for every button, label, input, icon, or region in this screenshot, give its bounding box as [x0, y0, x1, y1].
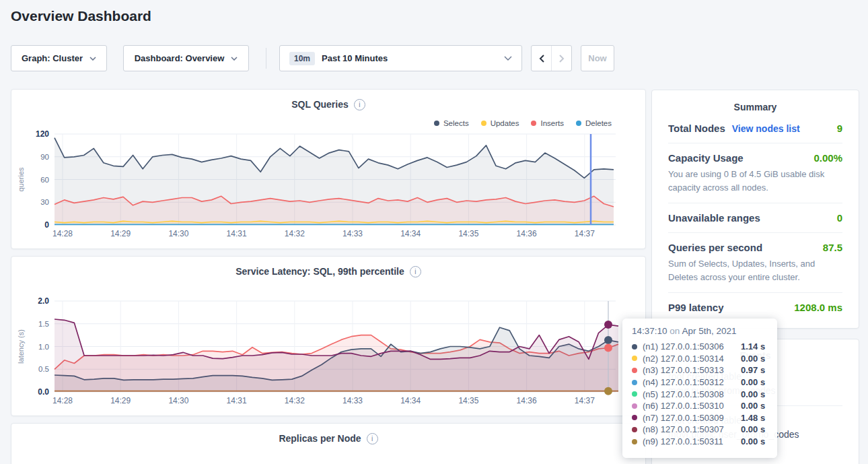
- svg-text:14:29: 14:29: [110, 229, 131, 238]
- dashboard-selector-dropdown[interactable]: Dashboard: Overview: [123, 45, 249, 71]
- controls-divider: [266, 48, 266, 69]
- tooltip-node-address: (n4) 127.0.0.1:50312: [643, 377, 741, 387]
- svg-text:14:33: 14:33: [342, 229, 363, 238]
- svg-text:0.5: 0.5: [38, 365, 49, 373]
- node-series-dot-icon: [632, 356, 637, 361]
- service-latency-chart[interactable]: 0.00.51.01.52.014:2814:2914:3014:3114:32…: [11, 257, 647, 417]
- summary-title: Summary: [652, 90, 859, 114]
- summary-metric-value: 0.00%: [813, 152, 842, 164]
- summary-metric-value: 0: [837, 212, 842, 224]
- svg-text:14:35: 14:35: [458, 229, 478, 238]
- svg-text:30: 30: [40, 198, 49, 206]
- page-title: Overview Dashboard: [11, 8, 151, 24]
- overview-dashboard-page: Overview Dashboard Graph: Cluster Dashbo…: [0, 0, 868, 464]
- replicas-per-node-panel: Replicas per Nodei: [11, 423, 646, 464]
- summary-metric-label: Queries per second: [668, 242, 762, 253]
- svg-text:queries: queries: [17, 167, 25, 192]
- tooltip-rows: (n1) 127.0.0.1:503061.14 s(n2) 127.0.0.1…: [632, 341, 768, 447]
- svg-text:60: 60: [40, 176, 49, 184]
- summary-rows: Total NodesView nodes list9Capacity Usag…: [652, 114, 859, 322]
- svg-text:14:37: 14:37: [575, 229, 595, 238]
- svg-text:1.0: 1.0: [38, 343, 49, 351]
- tooltip-node-value: 0.00 s: [741, 377, 765, 387]
- svg-text:1.5: 1.5: [38, 320, 49, 328]
- tooltip-node-row: (n4) 127.0.0.1:503120.00 s: [632, 376, 768, 389]
- tooltip-node-value: 1.14 s: [741, 341, 765, 352]
- tooltip-node-address: (n5) 127.0.0.1:50308: [643, 389, 741, 399]
- svg-text:2.0: 2.0: [38, 296, 49, 306]
- sql-queries-chart[interactable]: 030609012014:2814:2914:3014:3114:3214:33…: [11, 90, 647, 250]
- tooltip-node-row: (n3) 127.0.0.1:503130.97 s: [632, 364, 768, 376]
- tooltip-node-value: 1.48 s: [741, 413, 765, 423]
- summary-metric-description: Sum of Selects, Updates, Inserts, and De…: [668, 257, 842, 284]
- summary-metric-value: 1208.0 ms: [794, 302, 842, 313]
- node-series-dot-icon: [632, 391, 637, 397]
- svg-text:latency (s): latency (s): [17, 329, 25, 364]
- info-icon[interactable]: i: [367, 433, 378, 444]
- node-series-dot-icon: [632, 380, 637, 385]
- summary-row-head: P99 latency1208.0 ms: [668, 302, 842, 313]
- sql-queries-panel: SQL Queriesi SelectsUpdatesInsertsDelete…: [11, 89, 646, 249]
- svg-text:14:32: 14:32: [285, 396, 305, 405]
- summary-panel: Summary Total NodesView nodes list9Capac…: [651, 90, 859, 329]
- tooltip-node-row: (n2) 127.0.0.1:503140.00 s: [632, 353, 768, 365]
- tooltip-node-value: 0.97 s: [741, 365, 765, 375]
- next-time-button[interactable]: [551, 46, 571, 71]
- svg-text:14:33: 14:33: [342, 396, 363, 405]
- summary-row: Capacity Usage0.00%You are using 0 B of …: [668, 143, 842, 203]
- svg-text:120: 120: [36, 129, 49, 139]
- node-series-dot-icon: [632, 368, 637, 373]
- svg-text:14:28: 14:28: [52, 229, 73, 238]
- svg-text:14:31: 14:31: [227, 396, 247, 405]
- svg-text:14:30: 14:30: [168, 396, 188, 405]
- tooltip-node-row: (n6) 127.0.0.1:503100.00 s: [632, 400, 768, 412]
- view-nodes-list-link[interactable]: View nodes list: [732, 123, 800, 134]
- svg-text:14:36: 14:36: [517, 396, 537, 405]
- summary-row-head: Queries per second87.5: [668, 242, 842, 253]
- time-step-buttons: [531, 45, 572, 71]
- node-series-dot-icon: [632, 403, 637, 409]
- svg-text:14:34: 14:34: [400, 229, 421, 238]
- summary-metric-label: Unavailable ranges: [668, 212, 760, 224]
- summary-metric-value: 9: [837, 123, 842, 134]
- graph-selector-dropdown[interactable]: Graph: Cluster: [11, 45, 107, 71]
- now-button[interactable]: Now: [581, 45, 614, 71]
- prev-time-button[interactable]: [532, 46, 551, 71]
- replicas-per-node-title: Replicas per Node: [279, 433, 361, 444]
- node-series-dot-icon: [632, 344, 637, 350]
- summary-metric-label: Total Nodes: [668, 123, 725, 134]
- tooltip-node-value: 0.00 s: [741, 354, 765, 364]
- chevron-down-icon: [504, 56, 512, 61]
- tooltip-node-value: 0.00 s: [741, 436, 765, 446]
- summary-metric-label: P99 latency: [668, 302, 724, 313]
- node-series-dot-icon: [632, 439, 637, 444]
- svg-text:14:31: 14:31: [227, 229, 247, 238]
- node-series-dot-icon: [632, 415, 637, 420]
- node-series-dot-icon: [632, 427, 637, 432]
- summary-metric-value: 87.5: [823, 242, 842, 253]
- time-range-label: Past 10 Minutes: [322, 53, 388, 63]
- summary-row-head: Total NodesView nodes list9: [668, 123, 842, 134]
- tooltip-node-address: (n7) 127.0.0.1:50309: [643, 413, 741, 423]
- tooltip-node-row: (n1) 127.0.0.1:503061.14 s: [632, 341, 768, 353]
- tooltip-node-address: (n2) 127.0.0.1:50314: [643, 354, 741, 364]
- tooltip-node-value: 0.00 s: [741, 401, 765, 411]
- tooltip-timestamp: 14:37:10 on Apr 5th, 2021: [632, 326, 768, 336]
- graph-selector-label: Graph: Cluster: [22, 53, 83, 63]
- svg-text:14:34: 14:34: [400, 396, 421, 405]
- tooltip-node-row: (n7) 127.0.0.1:503091.48 s: [632, 412, 768, 424]
- tooltip-node-address: (n6) 127.0.0.1:50310: [643, 401, 741, 411]
- tooltip-node-address: (n8) 127.0.0.1:50307: [643, 424, 741, 434]
- svg-text:14:29: 14:29: [110, 396, 131, 405]
- chart-hover-tooltip: 14:37:10 on Apr 5th, 2021 (n1) 127.0.0.1…: [622, 319, 777, 458]
- tooltip-node-row: (n8) 127.0.0.1:503070.00 s: [632, 424, 768, 436]
- svg-text:14:35: 14:35: [458, 396, 478, 405]
- tooltip-node-address: (n9) 127.0.0.1:50311: [643, 436, 741, 446]
- time-range-picker[interactable]: 10m Past 10 Minutes: [279, 45, 522, 71]
- summary-row: Total NodesView nodes list9: [668, 114, 842, 143]
- chevron-right-icon: [558, 54, 565, 63]
- tooltip-node-value: 0.00 s: [741, 389, 765, 399]
- tooltip-node-address: (n1) 127.0.0.1:50306: [643, 341, 741, 352]
- svg-text:14:32: 14:32: [285, 229, 305, 238]
- tooltip-node-address: (n3) 127.0.0.1:50313: [643, 365, 741, 375]
